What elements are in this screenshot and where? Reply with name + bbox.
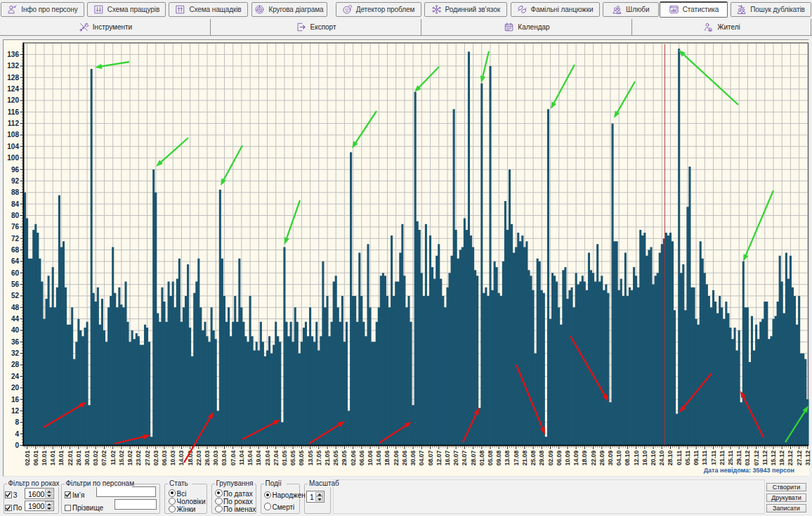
svg-text:120: 120 xyxy=(7,96,19,104)
svg-text:26.06: 26.06 xyxy=(401,451,408,466)
svg-text:07.12: 07.12 xyxy=(753,451,760,466)
svg-text:05.08: 05.08 xyxy=(487,451,494,466)
svg-text:04.07: 04.07 xyxy=(418,451,425,466)
svg-text:64: 64 xyxy=(11,257,20,265)
svg-text:23.12: 23.12 xyxy=(787,451,794,466)
svg-text:22.01: 22.01 xyxy=(67,451,74,466)
svg-text:44: 44 xyxy=(11,315,20,323)
svg-text:03.04: 03.04 xyxy=(221,451,228,466)
svg-text:26.09: 26.09 xyxy=(598,451,605,466)
svg-text:20.10: 20.10 xyxy=(650,451,657,466)
svg-text:11.04: 11.04 xyxy=(238,451,245,465)
svg-text:12: 12 xyxy=(11,407,20,415)
svg-text:108: 108 xyxy=(7,131,19,138)
svg-text:11.12: 11.12 xyxy=(761,451,768,465)
svg-text:8: 8 xyxy=(15,418,19,426)
svg-text:08.07: 08.07 xyxy=(427,451,434,466)
svg-text:02.09: 02.09 xyxy=(547,451,554,466)
svg-text:05.11: 05.11 xyxy=(684,451,691,465)
svg-text:17.11: 17.11 xyxy=(710,451,717,465)
svg-text:14.06: 14.06 xyxy=(375,451,382,466)
svg-text:27.02: 27.02 xyxy=(144,451,151,466)
svg-text:18.01: 18.01 xyxy=(58,451,65,466)
svg-text:40: 40 xyxy=(11,326,20,334)
svg-text:10.09: 10.09 xyxy=(564,451,571,466)
svg-text:25.11: 25.11 xyxy=(727,451,734,465)
svg-text:24: 24 xyxy=(11,373,20,380)
svg-text:23.02: 23.02 xyxy=(135,451,142,466)
svg-text:18.06: 18.06 xyxy=(384,451,391,466)
svg-text:30.06: 30.06 xyxy=(410,451,417,466)
svg-text:03.02: 03.02 xyxy=(92,451,99,466)
svg-text:21.11: 21.11 xyxy=(719,451,726,465)
svg-text:96: 96 xyxy=(11,166,20,174)
svg-text:19.02: 19.02 xyxy=(126,451,133,466)
svg-text:18.09: 18.09 xyxy=(581,451,588,466)
svg-text:13.11: 13.11 xyxy=(701,451,708,465)
svg-text:112: 112 xyxy=(8,120,20,127)
svg-text:0: 0 xyxy=(15,441,19,449)
svg-text:14.03: 14.03 xyxy=(178,451,185,466)
svg-text:19.12: 19.12 xyxy=(778,451,785,466)
svg-text:10.03: 10.03 xyxy=(169,451,176,466)
svg-text:13.05: 13.05 xyxy=(307,451,314,466)
svg-text:136: 136 xyxy=(7,51,19,58)
svg-text:20.07: 20.07 xyxy=(452,451,459,466)
svg-text:01.05: 01.05 xyxy=(281,451,288,466)
svg-text:56: 56 xyxy=(11,280,20,288)
svg-text:06.03: 06.03 xyxy=(161,451,168,466)
svg-text:27.04: 27.04 xyxy=(273,451,280,466)
svg-text:29.11: 29.11 xyxy=(735,451,742,465)
svg-text:26.03: 26.03 xyxy=(204,451,211,466)
svg-text:10.01: 10.01 xyxy=(41,451,48,466)
svg-text:21.08: 21.08 xyxy=(521,451,528,466)
svg-text:80: 80 xyxy=(11,212,20,219)
svg-text:84: 84 xyxy=(11,200,20,208)
svg-text:22.09: 22.09 xyxy=(590,451,597,466)
svg-text:05.05: 05.05 xyxy=(289,451,296,466)
svg-text:31.12: 31.12 xyxy=(804,451,811,466)
svg-text:48: 48 xyxy=(11,304,20,311)
svg-text:06.09: 06.09 xyxy=(556,451,563,466)
svg-text:14.01: 14.01 xyxy=(49,451,56,466)
svg-text:32: 32 xyxy=(11,349,20,357)
svg-text:30.09: 30.09 xyxy=(607,451,614,466)
svg-text:08.10: 08.10 xyxy=(624,451,631,466)
svg-text:21.05: 21.05 xyxy=(324,451,331,466)
svg-text:104: 104 xyxy=(7,143,19,150)
svg-text:22.06: 22.06 xyxy=(393,451,400,466)
svg-text:09.11: 09.11 xyxy=(693,451,700,465)
svg-text:13.08: 13.08 xyxy=(504,451,511,466)
svg-text:28.10: 28.10 xyxy=(667,451,674,466)
svg-text:Дата невідома: 35943 персон: Дата невідома: 35943 персон xyxy=(704,467,794,474)
svg-text:52: 52 xyxy=(11,292,20,299)
svg-text:15.12: 15.12 xyxy=(770,451,777,466)
svg-text:09.08: 09.08 xyxy=(495,451,502,466)
svg-text:01.08: 01.08 xyxy=(478,451,485,466)
svg-text:11.02: 11.02 xyxy=(110,451,117,465)
svg-text:28.07: 28.07 xyxy=(470,451,477,466)
svg-text:124: 124 xyxy=(7,85,19,93)
svg-text:128: 128 xyxy=(7,74,19,82)
svg-text:25.08: 25.08 xyxy=(530,451,537,466)
svg-text:03.12: 03.12 xyxy=(744,451,751,466)
svg-text:15.02: 15.02 xyxy=(118,451,125,466)
svg-text:30.03: 30.03 xyxy=(212,451,219,466)
svg-text:06.01: 06.01 xyxy=(32,451,39,466)
svg-text:07.04: 07.04 xyxy=(230,451,237,466)
svg-text:02.03: 02.03 xyxy=(152,451,159,466)
svg-text:4: 4 xyxy=(15,430,19,438)
svg-text:14.09: 14.09 xyxy=(572,451,579,466)
svg-text:12.10: 12.10 xyxy=(633,451,640,466)
svg-text:16: 16 xyxy=(11,396,20,404)
svg-text:16.07: 16.07 xyxy=(444,451,451,466)
svg-text:72: 72 xyxy=(11,235,20,243)
svg-text:29.08: 29.08 xyxy=(538,451,545,466)
svg-text:16.10: 16.10 xyxy=(641,451,648,466)
svg-text:23.04: 23.04 xyxy=(264,451,271,466)
svg-text:20: 20 xyxy=(11,384,20,392)
svg-text:28: 28 xyxy=(11,361,20,368)
svg-text:30.01: 30.01 xyxy=(84,451,91,466)
svg-text:10.06: 10.06 xyxy=(367,451,374,466)
svg-text:19.04: 19.04 xyxy=(255,451,262,466)
